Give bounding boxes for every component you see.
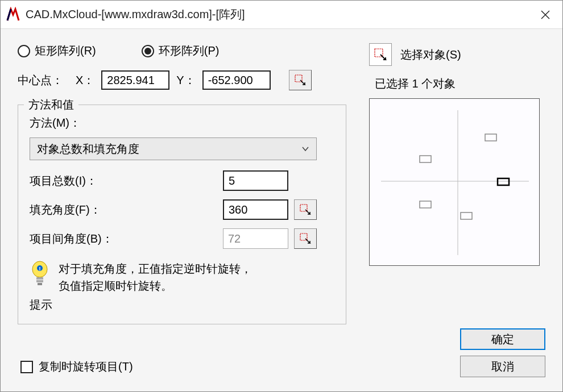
pick-item-angle-button[interactable] [294, 228, 317, 249]
item-angle-label: 项目间角度(B)： [30, 231, 217, 247]
polar-array-label: 环形阵列(P) [159, 43, 220, 59]
hint-text: 对于填充角度，正值指定逆时针旋转， 负值指定顺时针旋转。 [59, 260, 252, 294]
polar-array-radio[interactable]: 环形阵列(P) [142, 43, 220, 59]
item-angle-input [223, 228, 288, 249]
dialog-window: CAD.MxCloud-[www.mxdraw3d.com]-[阵列] 矩形阵列… [0, 0, 563, 392]
hint-label: 提示 [30, 297, 334, 312]
rotate-copy-checkbox[interactable]: 复制时旋转项目(T) [20, 359, 133, 374]
x-label: X： [76, 73, 94, 88]
method-label: 方法(M)： [30, 115, 334, 131]
svg-rect-8 [36, 277, 43, 280]
pick-fill-angle-button[interactable] [294, 199, 317, 220]
y-label: Y： [176, 73, 195, 88]
svg-rect-16 [498, 178, 509, 185]
select-objects-label: 选择对象(S) [400, 47, 461, 62]
close-button[interactable] [532, 2, 558, 27]
window-title: CAD.MxCloud-[www.mxdraw3d.com]-[阵列] [26, 7, 532, 22]
app-icon [5, 7, 21, 23]
svg-text:!: ! [39, 266, 41, 272]
center-x-input[interactable] [101, 70, 169, 90]
radio-icon [142, 45, 154, 57]
fill-angle-label: 填充角度(F)： [30, 202, 217, 218]
svg-rect-15 [420, 156, 431, 162]
method-groupbox: 方法和值 方法(M)： 对象总数和填充角度 项目总数(I)： 填充角度(F)： [18, 105, 346, 324]
svg-rect-17 [420, 201, 431, 208]
total-items-label: 项目总数(I)： [30, 173, 217, 189]
preview-panel [369, 98, 540, 266]
method-combobox[interactable]: 对象总数和填充角度 [30, 137, 317, 160]
pick-center-button[interactable] [289, 70, 312, 90]
selected-count-text: 已选择 1 个对象 [375, 76, 545, 91]
radio-icon [18, 45, 30, 57]
lightbulb-icon: ! [30, 260, 50, 289]
svg-rect-14 [485, 134, 496, 141]
rect-array-radio[interactable]: 矩形阵列(R) [18, 43, 96, 59]
ok-button[interactable]: 确定 [460, 328, 545, 350]
rect-array-label: 矩形阵列(R) [35, 43, 96, 59]
checkbox-icon [20, 361, 33, 373]
rotate-copy-label: 复制时旋转项目(T) [39, 359, 133, 374]
cancel-button[interactable]: 取消 [460, 356, 545, 377]
select-objects-button[interactable] [369, 43, 392, 66]
chevron-down-icon [301, 146, 309, 152]
center-y-input[interactable] [202, 70, 271, 90]
svg-rect-10 [38, 283, 42, 285]
fill-angle-input[interactable] [223, 199, 288, 220]
center-label: 中心点： [18, 73, 63, 88]
total-items-input[interactable] [223, 170, 288, 191]
titlebar: CAD.MxCloud-[www.mxdraw3d.com]-[阵列] [1, 1, 562, 29]
svg-rect-18 [461, 212, 472, 219]
svg-rect-9 [36, 280, 43, 282]
groupbox-title: 方法和值 [24, 97, 78, 112]
method-value: 对象总数和填充角度 [37, 141, 139, 157]
